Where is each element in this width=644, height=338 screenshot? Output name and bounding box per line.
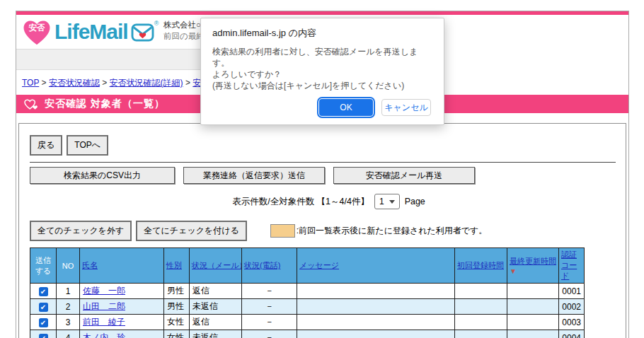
- cell-no: 2: [57, 299, 80, 315]
- dialog-ok-button[interactable]: OK: [319, 99, 373, 116]
- mail-heart-icon: [131, 22, 154, 42]
- count-label: 表示件数/全対象件数 【1～4/4件】: [232, 196, 369, 208]
- page-title: 安否確認 対象者（一覧）: [45, 98, 165, 110]
- dialog-source: admin.lifemail-s.jp の内容: [212, 27, 432, 40]
- pagination-row: 表示件数/全対象件数 【1～4/4件】 1 Page: [30, 194, 628, 209]
- header-no: NO: [57, 248, 80, 284]
- cell-mail-status: 未返信: [190, 330, 242, 338]
- cell-no: 1: [57, 284, 80, 299]
- table-row: ✔ 1 佐藤 一郎 男性 返信 － 0001: [30, 284, 585, 299]
- table-row: ✔ 4 木ノ内 玲 女性 未返信 － 0004: [30, 330, 585, 338]
- cell-phone-status: －: [242, 330, 297, 338]
- contact-send-button[interactable]: 業務連絡（返信要求）送信: [183, 167, 325, 184]
- sort-auth-code-link[interactable]: 認証コード: [561, 250, 577, 280]
- cell-gender: 男性: [164, 299, 190, 315]
- legend-text: :前回一覧表示後に新たに登録された利用者です。: [297, 225, 488, 237]
- breadcrumb-link-top[interactable]: TOP: [22, 78, 39, 88]
- row-checkbox[interactable]: ✔: [39, 318, 48, 327]
- sort-mail-status-link[interactable]: 状況（メール）: [192, 261, 242, 269]
- uncheck-all-button[interactable]: 全てのチェックを外す: [30, 221, 132, 241]
- table-row: ✔ 2 山田 二郎 男性 未返信 － 0002: [30, 299, 585, 315]
- breadcrumb-link-status-detail[interactable]: 安否状況確認(詳細): [110, 78, 183, 88]
- row-checkbox[interactable]: ✔: [39, 334, 48, 338]
- cell-message: [297, 330, 455, 338]
- header-gender: 性別: [164, 248, 190, 284]
- page-select[interactable]: 1: [374, 194, 400, 209]
- cell-mail-status: 返信: [190, 315, 242, 330]
- sort-phone-status-link[interactable]: 状況(電話): [244, 261, 280, 269]
- cell-first-registered: [455, 315, 507, 330]
- cell-send: ✔: [30, 330, 57, 338]
- cell-auth-code: 0001: [559, 284, 585, 299]
- cell-gender: 男性: [164, 284, 190, 299]
- cell-mail-status: 未返信: [190, 299, 242, 315]
- header-last-updated: 最終更新時間 ▼: [507, 248, 559, 284]
- nav-buttons: 戻る TOPへ: [30, 135, 626, 156]
- sort-descending-icon[interactable]: ▼: [510, 267, 556, 275]
- cell-message: [297, 315, 455, 330]
- breadcrumb-separator: >: [42, 78, 49, 88]
- table-row: ✔ 3 前田 綾子 女性 返信 － 0003: [30, 315, 585, 330]
- cell-gender: 女性: [164, 315, 190, 330]
- header-send: 送信する: [30, 248, 57, 284]
- divider: [30, 162, 616, 163]
- cell-first-registered: [455, 299, 507, 315]
- target-users-table: 送信する NO 氏名 性別 状況（メール） 状況(電話) メッセージ 初回登録時…: [30, 247, 585, 338]
- sort-first-registered-link[interactable]: 初回登録時間: [457, 261, 504, 269]
- cell-auth-code: 0004: [559, 330, 585, 338]
- cell-last-updated: [507, 330, 559, 338]
- action-buttons: 検索結果のCSV出力 業務連絡（返信要求）送信 安否確認メール再送: [30, 167, 626, 184]
- cell-last-updated: [507, 315, 559, 330]
- resend-mail-button[interactable]: 安否確認メール再送: [333, 167, 475, 184]
- cell-no: 3: [57, 315, 80, 330]
- user-name-link[interactable]: 木ノ内 玲: [83, 332, 125, 338]
- cell-mail-status: 返信: [190, 284, 242, 299]
- selection-row: 全てのチェックを外す 全てにチェックを付ける :前回一覧表示後に新たに登録された…: [30, 221, 626, 241]
- lifemail-logo: 安否 LifeMail ®: [20, 17, 159, 47]
- dialog-message-line: (再送しない場合は[キャンセル]を押してください): [212, 80, 432, 91]
- cell-auth-code: 0003: [559, 315, 585, 330]
- cell-no: 4: [57, 330, 80, 338]
- page-word: Page: [405, 197, 425, 206]
- cell-message: [297, 284, 455, 299]
- csv-export-button[interactable]: 検索結果のCSV出力: [30, 167, 175, 184]
- sort-gender-link[interactable]: 性別: [166, 261, 182, 269]
- title-heart-mail-icon: [23, 98, 39, 111]
- sort-message-link[interactable]: メッセージ: [299, 261, 339, 269]
- new-user-legend: :前回一覧表示後に新たに登録された利用者です。: [270, 224, 488, 238]
- chevron-down-icon: [389, 200, 395, 204]
- cell-auth-code: 0002: [559, 299, 585, 315]
- cell-first-registered: [455, 284, 507, 299]
- user-name-link[interactable]: 佐藤 一郎: [83, 286, 125, 296]
- user-name-link[interactable]: 山田 二郎: [83, 301, 125, 311]
- header-phone-status: 状況(電話): [242, 248, 297, 284]
- row-checkbox[interactable]: ✔: [39, 287, 48, 296]
- dialog-message-line: 検索結果の利用者に対し、安否確認メールを再送します。: [212, 46, 432, 69]
- dialog-message-line: よろしいですか？: [212, 69, 432, 80]
- breadcrumb-separator: >: [185, 78, 192, 88]
- svg-text:安否: 安否: [29, 23, 45, 32]
- cell-send: ✔: [30, 299, 57, 315]
- cell-last-updated: [507, 299, 559, 315]
- cell-phone-status: －: [242, 284, 297, 299]
- cell-last-updated: [507, 284, 559, 299]
- sort-last-updated-link[interactable]: 最終更新時間: [510, 257, 556, 265]
- table-body: ✔ 1 佐藤 一郎 男性 返信 － 0001 ✔ 2 山田 二郎 男性 未返信 …: [30, 284, 585, 338]
- content-panel: 戻る TOPへ 検索結果のCSV出力 業務連絡（返信要求）送信 安否確認メール再…: [18, 123, 626, 338]
- heart-badge-icon: 安否: [20, 17, 54, 47]
- breadcrumb-link-status[interactable]: 安否状況確認: [49, 78, 100, 88]
- dialog-cancel-button[interactable]: キャンセル: [381, 99, 431, 116]
- row-checkbox[interactable]: ✔: [39, 303, 48, 312]
- check-all-button[interactable]: 全てにチェックを付ける: [136, 221, 247, 241]
- table-header-row: 送信する NO 氏名 性別 状況（メール） 状況(電話) メッセージ 初回登録時…: [30, 248, 585, 284]
- header-first-registered: 初回登録時間: [455, 248, 507, 284]
- to-top-button[interactable]: TOPへ: [67, 135, 108, 156]
- sort-name-link[interactable]: 氏名: [82, 261, 98, 269]
- back-button[interactable]: 戻る: [30, 135, 62, 156]
- browser-confirm-dialog: admin.lifemail-s.jp の内容 検索結果の利用者に対し、安否確認…: [200, 18, 444, 125]
- registered-mark: ®: [154, 20, 159, 27]
- cell-send: ✔: [30, 284, 57, 299]
- user-name-link[interactable]: 前田 綾子: [83, 317, 125, 327]
- header-auth-code: 認証コード: [559, 248, 585, 284]
- breadcrumb-separator: >: [102, 78, 109, 88]
